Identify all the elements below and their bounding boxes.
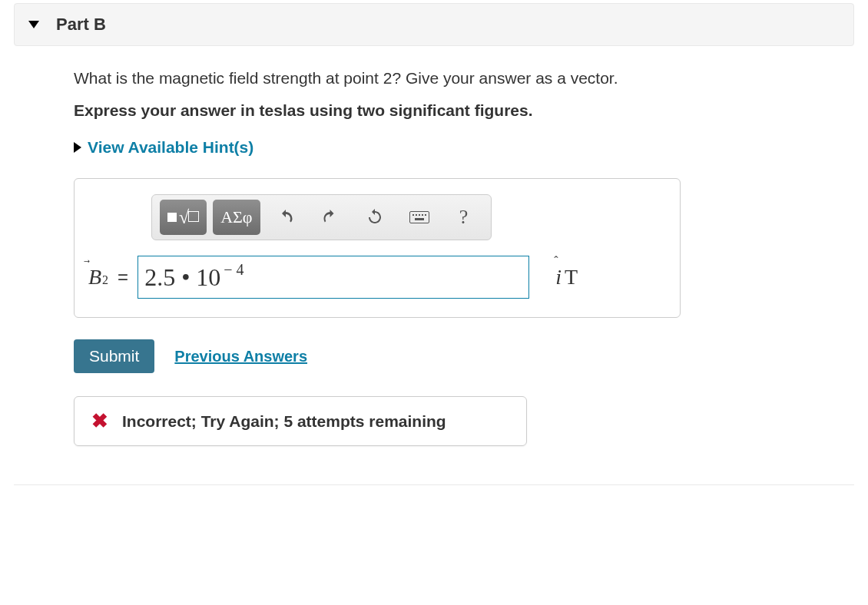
part-header[interactable]: Part B <box>14 3 854 46</box>
variable-subscript: 2 <box>101 273 108 287</box>
equals-sign: = <box>118 266 128 288</box>
page-container: Part B What is the magnetic field streng… <box>0 3 868 485</box>
answer-value-base: 2.5 • 10 <box>144 263 220 292</box>
undo-icon <box>277 208 295 226</box>
actions-row: Submit Previous Answers <box>74 339 854 373</box>
reset-button[interactable] <box>356 200 394 235</box>
answer-variable: ⃗B2 <box>88 265 108 289</box>
answer-row: ⃗B2 = 2.5 • 10− 4 ˆi T <box>88 256 666 299</box>
keyboard-icon <box>409 211 429 223</box>
help-icon: ? <box>459 206 469 229</box>
feedback-panel: ✖ Incorrect; Try Again; 5 attempts remai… <box>74 396 527 446</box>
answer-value-exponent: − 4 <box>220 261 244 279</box>
unit-slot: ˆi T <box>555 265 578 289</box>
redo-button[interactable] <box>311 200 350 235</box>
incorrect-icon: ✖ <box>91 409 108 433</box>
undo-button[interactable] <box>267 200 305 235</box>
question-text: What is the magnetic field strength at p… <box>74 69 854 88</box>
instruction-text: Express your answer in teslas using two … <box>74 101 854 120</box>
divider <box>14 484 854 485</box>
answer-input[interactable]: 2.5 • 10− 4 <box>137 256 529 299</box>
reset-icon <box>366 208 384 226</box>
help-button[interactable]: ? <box>445 200 483 235</box>
feedback-text: Incorrect; Try Again; 5 attempts remaini… <box>122 412 446 431</box>
symbols-button[interactable]: ΑΣφ <box>213 200 260 235</box>
collapse-arrow-icon <box>28 21 39 28</box>
keyboard-button[interactable] <box>400 200 439 235</box>
expand-arrow-icon <box>74 142 81 153</box>
previous-answers-link[interactable]: Previous Answers <box>174 348 307 365</box>
unit-symbol: T <box>565 265 578 289</box>
view-hints-label: View Available Hint(s) <box>88 138 253 157</box>
part-title: Part B <box>56 15 106 35</box>
templates-icon: √ <box>167 207 199 228</box>
equation-toolbar: √ ΑΣφ ? <box>151 194 492 240</box>
templates-button[interactable]: √ <box>160 200 207 235</box>
unit-vector: i <box>555 265 562 289</box>
answer-panel: √ ΑΣφ ? <box>74 178 681 318</box>
part-content: What is the magnetic field strength at p… <box>0 46 868 461</box>
submit-button[interactable]: Submit <box>74 339 154 373</box>
redo-icon <box>321 208 340 226</box>
variable-letter: B <box>88 265 101 289</box>
symbols-label: ΑΣφ <box>220 207 252 227</box>
view-hints-toggle[interactable]: View Available Hint(s) <box>74 138 854 157</box>
